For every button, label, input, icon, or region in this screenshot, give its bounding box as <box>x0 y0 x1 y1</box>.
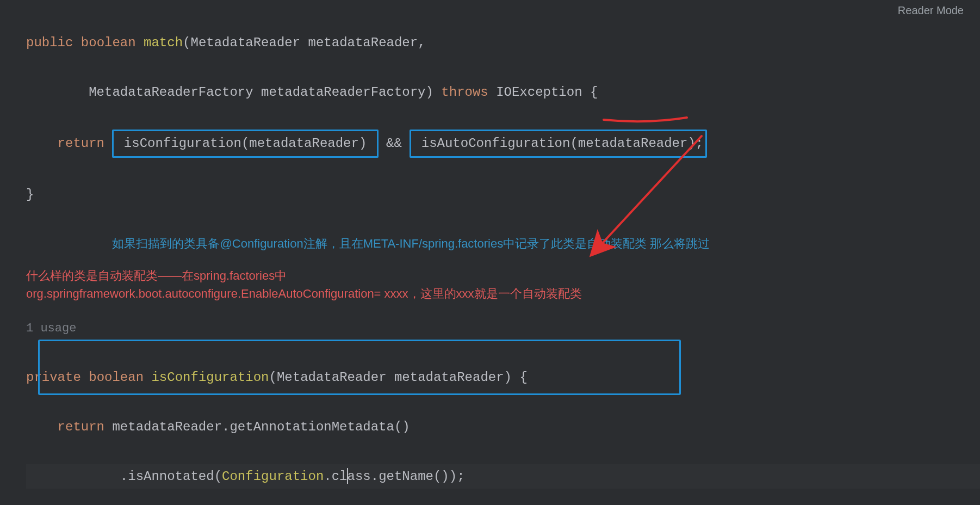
text: .getName()); <box>371 469 465 484</box>
text: IOException { <box>488 85 598 100</box>
code-line: 如果扫描到的类具备@Configuration注解，且在META-INF/spr… <box>26 232 980 257</box>
highlight-box-1: isConfiguration(metadataReader) <box>112 130 378 158</box>
code-line: } <box>26 182 980 207</box>
highlight-box-2: isAutoConfiguration(metadataReader); <box>410 130 707 158</box>
method-name: match <box>144 35 183 50</box>
annotation-comment: 如果扫描到的类具备@Configuration注解，且在META-INF/spr… <box>112 237 710 250</box>
space <box>104 136 112 151</box>
class-ref: Configuration <box>222 469 324 484</box>
indent <box>26 237 112 251</box>
annotation-red-2: org.springframework.boot.autoconfigure.E… <box>26 286 582 302</box>
indent <box>26 136 58 151</box>
highlight-box-large <box>38 340 681 395</box>
code-line: return metadataReader.getAnnotationMetad… <box>26 415 980 440</box>
indent <box>26 85 89 100</box>
params: (MetadataReader metadataReader, <box>183 35 425 50</box>
keyword: return <box>58 136 104 151</box>
keyword: return <box>58 420 104 434</box>
annotation-red-1: 什么样的类是自动装配类——在spring.factories中 <box>26 268 287 284</box>
code-line: MetadataReaderFactory metadataReaderFact… <box>26 80 980 105</box>
text: .cl <box>324 469 347 484</box>
text: metadataReader.getAnnotationMetadata() <box>104 420 410 434</box>
code-line-caret: .isAnnotated(Configuration.class.getName… <box>26 464 980 489</box>
code-editor[interactable]: public boolean match(MetadataReader meta… <box>0 0 980 505</box>
code-line: public boolean match(MetadataReader meta… <box>26 30 980 56</box>
keyword: throws <box>441 85 488 100</box>
indent <box>26 420 58 434</box>
text: ass <box>348 469 371 484</box>
operator: && <box>379 136 410 151</box>
code-line: return isConfiguration(metadataReader) &… <box>26 130 980 158</box>
text: .isAnnotated( <box>120 469 222 484</box>
indent <box>26 469 120 484</box>
keyword: boolean <box>81 35 136 50</box>
params: MetadataReaderFactory metadataReaderFact… <box>89 85 441 100</box>
brace: } <box>26 187 34 202</box>
usage-hint[interactable]: 1 usage <box>26 317 980 340</box>
keyword: public <box>26 35 73 50</box>
